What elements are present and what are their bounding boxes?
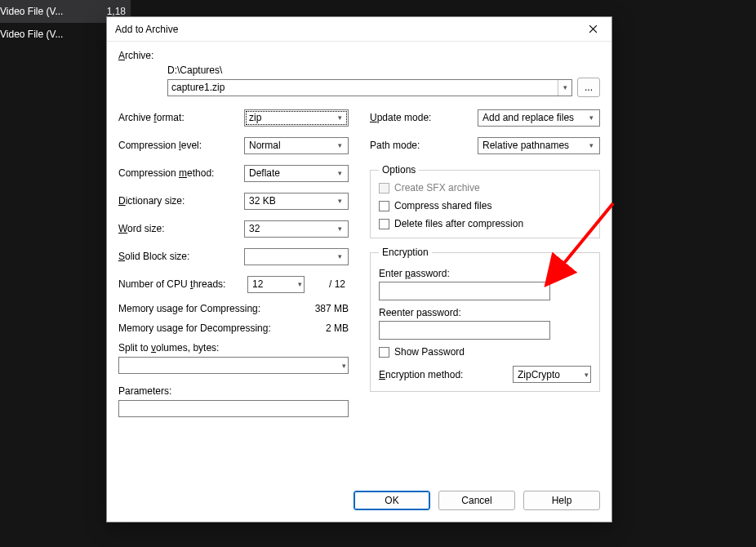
dialog-buttons: OK Cancel Help bbox=[107, 483, 611, 522]
close-icon bbox=[589, 24, 598, 33]
options-legend: Options bbox=[379, 164, 419, 176]
cpu-threads-select[interactable]: 12 ▾ bbox=[247, 276, 305, 293]
chevron-down-icon: ▾ bbox=[334, 252, 346, 260]
parameters-label: Parameters: bbox=[118, 385, 349, 397]
mem-compress-label: Memory usage for Compressing: bbox=[118, 303, 260, 314]
browse-button[interactable]: ... bbox=[577, 78, 600, 97]
show-password-checkbox[interactable]: Show Password bbox=[379, 346, 591, 358]
checkbox-icon bbox=[379, 347, 389, 358]
word-size-label: Word size: bbox=[118, 223, 244, 234]
chevron-down-icon: ▾ bbox=[334, 169, 346, 177]
solid-block-size-select[interactable]: ▾ bbox=[244, 248, 349, 265]
ok-button[interactable]: OK bbox=[354, 491, 430, 510]
path-mode-select[interactable]: Relative pathnames ▾ bbox=[478, 137, 600, 154]
archive-path: D:\Captures\ bbox=[167, 64, 600, 76]
mem-decompress-label: Memory usage for Decompressing: bbox=[118, 322, 271, 334]
update-mode-select[interactable]: Add and replace files ▾ bbox=[478, 109, 600, 127]
chevron-down-icon: ▾ bbox=[585, 371, 589, 379]
archive-label: Archive: bbox=[118, 50, 167, 61]
dictionary-size-select[interactable]: 32 KB ▾ bbox=[244, 193, 349, 210]
archive-filename-combo[interactable]: ▾ bbox=[167, 79, 572, 96]
path-mode-label: Path mode: bbox=[370, 140, 478, 151]
chevron-down-icon: ▾ bbox=[334, 141, 346, 149]
create-sfx-checkbox: Create SFX archive bbox=[379, 182, 591, 193]
encryption-group: Encryption Enter password: Reenter passw… bbox=[370, 247, 600, 392]
chevron-down-icon: ▾ bbox=[334, 197, 346, 205]
dictionary-size-label: Dictionary size: bbox=[118, 195, 244, 207]
compression-level-select[interactable]: Normal ▾ bbox=[244, 137, 349, 154]
cancel-button[interactable]: Cancel bbox=[438, 491, 515, 510]
archive-filename-input[interactable] bbox=[168, 80, 558, 96]
checkbox-icon bbox=[379, 219, 389, 229]
dialog-title: Add to Archive bbox=[115, 24, 178, 35]
enter-password-input[interactable] bbox=[379, 282, 550, 300]
split-volumes-label: Split to volumes, bytes: bbox=[118, 342, 349, 354]
compression-method-label: Compression method: bbox=[118, 167, 244, 179]
titlebar: Add to Archive bbox=[107, 17, 611, 42]
reenter-password-input[interactable] bbox=[379, 321, 550, 340]
cpu-threads-label: Number of CPU threads: bbox=[118, 278, 247, 290]
archive-format-select[interactable]: zip ▾ bbox=[244, 109, 349, 127]
compression-level-label: Compression level: bbox=[118, 140, 244, 151]
chevron-down-icon[interactable]: ▾ bbox=[558, 80, 571, 96]
enter-password-label: Enter password: bbox=[379, 268, 591, 279]
chevron-down-icon: ▾ bbox=[585, 113, 598, 122]
close-button[interactable] bbox=[574, 17, 611, 42]
reenter-password-label: Reenter password: bbox=[379, 307, 591, 318]
update-mode-label: Update mode: bbox=[370, 112, 478, 123]
file-name: Video File (V... bbox=[0, 6, 63, 17]
solid-block-size-label: Solid Block size: bbox=[118, 251, 244, 262]
chevron-down-icon: ▾ bbox=[298, 280, 302, 288]
encryption-legend: Encryption bbox=[379, 247, 432, 258]
file-size: 1,18 bbox=[107, 6, 126, 17]
checkbox-icon bbox=[379, 201, 389, 211]
compress-shared-checkbox[interactable]: Compress shared files bbox=[379, 200, 591, 211]
word-size-select[interactable]: 32 ▾ bbox=[244, 220, 349, 238]
chevron-down-icon: ▾ bbox=[342, 362, 346, 370]
encryption-method-label: Encryption method: bbox=[379, 369, 505, 380]
mem-decompress-value: 2 MB bbox=[326, 322, 349, 334]
chevron-down-icon: ▾ bbox=[334, 113, 346, 122]
checkbox-icon bbox=[379, 183, 389, 193]
add-to-archive-dialog: Add to Archive Archive: D:\Captures\ ▾ .… bbox=[106, 16, 612, 523]
chevron-down-icon: ▾ bbox=[334, 225, 346, 233]
compression-method-select[interactable]: Deflate ▾ bbox=[244, 165, 349, 182]
chevron-down-icon: ▾ bbox=[585, 141, 598, 149]
parameters-input[interactable] bbox=[118, 400, 349, 417]
help-button[interactable]: Help bbox=[523, 491, 600, 510]
split-volumes-combo[interactable]: ▾ bbox=[118, 357, 349, 374]
cpu-threads-total: / 12 bbox=[305, 278, 349, 290]
options-group: Options Create SFX archive Compress shar… bbox=[370, 164, 600, 238]
archive-format-label: Archive format: bbox=[118, 112, 244, 123]
mem-compress-value: 387 MB bbox=[315, 303, 349, 314]
file-name: Video File (V... bbox=[0, 29, 63, 40]
delete-after-checkbox[interactable]: Delete files after compression bbox=[379, 218, 591, 229]
encryption-method-select[interactable]: ZipCrypto ▾ bbox=[513, 366, 591, 383]
